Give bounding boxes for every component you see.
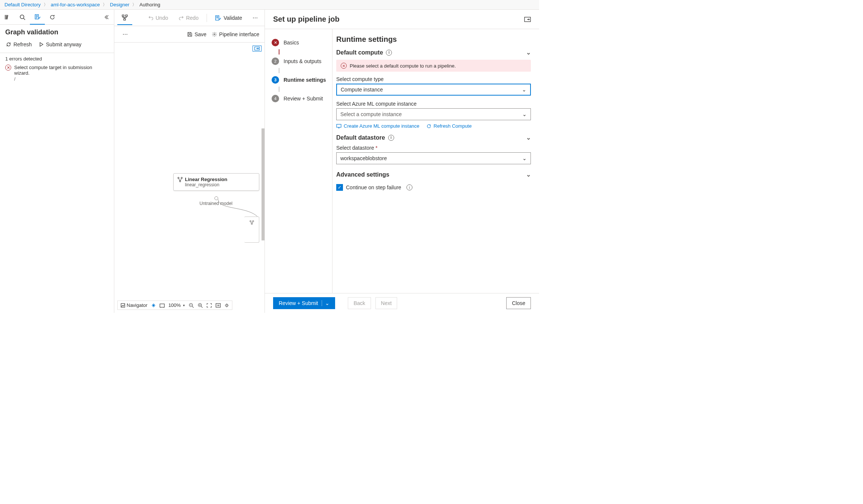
step-review-submit[interactable]: 4 Review + Submit	[270, 92, 328, 105]
section-label: Default datastore	[336, 134, 385, 141]
checkbox-checked-icon: ✓	[336, 184, 343, 191]
step-basics[interactable]: ✕ Basics	[270, 36, 328, 49]
undo-label: Undo	[156, 15, 168, 21]
expand-properties-icon[interactable]	[253, 46, 262, 52]
toolbar-more-icon[interactable]: ⋯	[249, 13, 262, 23]
chevron-right-icon: 〉	[132, 2, 136, 7]
wizard-footer: Review + Submit ⌄ Back Next Close	[265, 293, 539, 313]
wizard-panel: Set up pipeline job ✕ Basics 2 Inputs & …	[265, 10, 539, 313]
svg-point-0	[20, 15, 24, 19]
port-label: Untrained model	[199, 201, 232, 206]
zoom-in-icon[interactable]	[198, 303, 203, 308]
back-button[interactable]: Back	[348, 297, 371, 309]
refresh-icon	[426, 124, 432, 129]
compute-instance-select[interactable]: Select a compute instance ⌄	[336, 108, 531, 120]
svg-point-12	[252, 221, 254, 222]
chevron-down-icon: ⌄	[522, 111, 527, 117]
save-label: Save	[195, 31, 207, 37]
undo-button[interactable]: Undo	[145, 13, 172, 23]
scrollbar-vertical[interactable]	[262, 128, 265, 240]
compute-type-label: Select compute type	[336, 76, 531, 82]
pipeline-interface-button[interactable]: Pipeline interface	[212, 31, 259, 37]
pipeline-interface-label: Pipeline interface	[219, 31, 259, 37]
graph-node-linear-regression[interactable]: Linear Regression linear_regression	[173, 173, 259, 191]
navigator-button[interactable]: Navigator	[121, 302, 148, 308]
chevron-down-icon: ⌄	[526, 49, 531, 56]
svg-rect-4	[124, 19, 126, 20]
chevron-right-icon: 〉	[44, 2, 48, 7]
section-advanced[interactable]: Advanced settings ⌄	[336, 171, 531, 178]
svg-rect-18	[216, 304, 220, 307]
section-label: Advanced settings	[336, 171, 389, 178]
compute-instance-placeholder: Select a compute instance	[340, 111, 402, 117]
search-icon[interactable]	[15, 10, 30, 25]
compute-instance-label: Select Azure ML compute instance	[336, 101, 531, 107]
next-button[interactable]: Next	[375, 297, 398, 309]
refresh-compute-link[interactable]: Refresh Compute	[426, 123, 472, 129]
continue-on-failure-label: Continue on step failure	[346, 184, 401, 190]
left-panel: Graph validation Refresh Submit anyway 1…	[0, 10, 114, 313]
breadcrumb-designer[interactable]: Designer	[110, 2, 129, 7]
wizard-header: Set up pipeline job	[265, 10, 539, 29]
redo-label: Redo	[186, 15, 198, 21]
svg-rect-20	[337, 124, 341, 127]
wizard-title: Set up pipeline job	[273, 15, 340, 24]
breadcrumb-workspace[interactable]: aml-for-acs-workspace	[51, 2, 100, 7]
refresh-button[interactable]: Refresh	[4, 40, 34, 49]
redo-button[interactable]: Redo	[175, 13, 202, 23]
screenshot-icon[interactable]	[160, 303, 165, 308]
zoom-actual-icon[interactable]	[216, 303, 221, 308]
validation-tab-icon[interactable]	[30, 10, 45, 25]
breadcrumb-current: Authoring	[139, 2, 160, 7]
create-compute-link[interactable]: Create Azure ML compute instance	[336, 123, 420, 129]
autolayout-icon[interactable]	[151, 303, 156, 308]
refresh-icon[interactable]	[45, 10, 60, 25]
step-label: Inputs & outputs	[284, 58, 321, 64]
submit-anyway-button[interactable]: Submit anyway	[37, 40, 84, 49]
validate-button[interactable]: Validate	[211, 13, 246, 23]
datastore-select[interactable]: workspaceblobstore ⌄	[336, 152, 531, 164]
svg-rect-3	[126, 15, 127, 16]
library-icon[interactable]	[0, 10, 15, 25]
close-button[interactable]: Close	[506, 297, 531, 309]
graph-node-partial[interactable]	[244, 217, 259, 243]
breadcrumb: Default Directory 〉 aml-for-acs-workspac…	[0, 0, 539, 10]
section-default-compute[interactable]: Default compute i ⌄	[336, 49, 531, 56]
step-runtime-settings[interactable]: 3 Runtime settings	[270, 73, 328, 87]
review-submit-label: Review + Submit	[279, 300, 318, 306]
model-icon	[177, 177, 183, 182]
breadcrumb-root[interactable]: Default Directory	[4, 2, 41, 7]
step-inputs-outputs[interactable]: 2 Inputs & outputs	[270, 55, 328, 68]
svg-point-6	[214, 34, 215, 35]
monitor-icon	[336, 124, 341, 128]
zoom-level[interactable]: 100% ▾	[168, 302, 185, 308]
zoom-fit-icon[interactable]	[207, 303, 212, 308]
error-item[interactable]: ✕ Select compute target in submission wi…	[5, 65, 109, 76]
expand-panel-icon[interactable]	[524, 17, 531, 22]
section-default-datastore[interactable]: Default datastore i ⌄	[336, 134, 531, 141]
chevron-down-icon[interactable]: ⌄	[322, 300, 330, 306]
info-icon[interactable]: i	[386, 50, 392, 56]
continue-on-failure-checkbox[interactable]: ✓ Continue on step failure i	[336, 184, 412, 191]
refresh-compute-text: Refresh Compute	[434, 123, 472, 129]
canvas-toolbar: Undo Redo Validate ⋯	[114, 10, 265, 26]
chevron-down-icon: ⌄	[526, 134, 531, 141]
review-submit-button[interactable]: Review + Submit ⌄	[273, 297, 335, 309]
chevron-down-icon: ⌄	[526, 171, 531, 178]
info-icon[interactable]: i	[406, 184, 412, 190]
error-message: Select compute target in submission wiza…	[14, 65, 109, 76]
canvas-more-icon[interactable]: ⋯	[120, 31, 131, 37]
reset-view-icon[interactable]	[225, 303, 229, 308]
graph-tab-icon[interactable]	[117, 11, 132, 25]
chevron-down-icon: ⌄	[522, 155, 527, 161]
chevron-down-icon: ⌄	[522, 87, 526, 93]
save-button[interactable]: Save	[187, 31, 207, 37]
zoom-out-icon[interactable]	[189, 303, 194, 308]
canvas-column: Undo Redo Validate ⋯ ⋯ Save Pipeline int…	[114, 10, 265, 313]
info-icon[interactable]: i	[388, 135, 394, 141]
compute-type-select[interactable]: Compute instance ⌄	[336, 84, 531, 96]
pipeline-canvas[interactable]: Linear Regression linear_regression Untr…	[114, 43, 265, 313]
error-count: 1 errors detected	[5, 56, 109, 62]
collapse-panel-icon[interactable]	[99, 15, 114, 20]
left-panel-tabs	[0, 10, 114, 25]
